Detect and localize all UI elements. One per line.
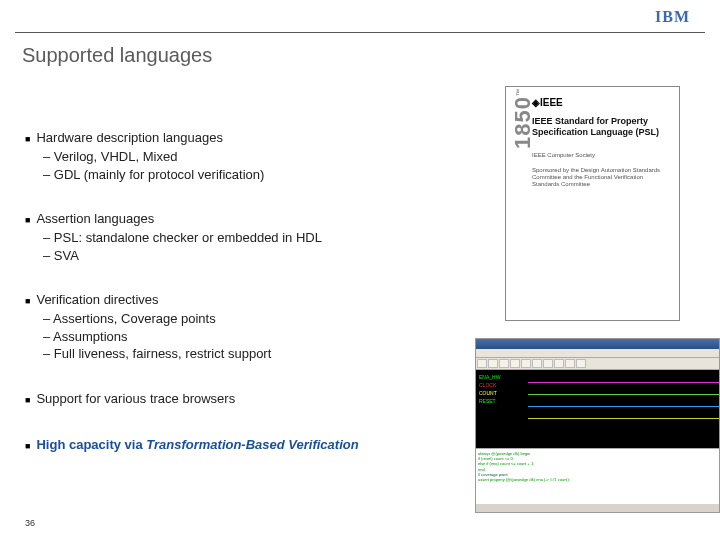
trace-browser-screenshot: ENA_HW CLOCK COUNT RESET always @(posedg… [475, 338, 720, 513]
signal-list: ENA_HW CLOCK COUNT RESET [476, 370, 528, 448]
signal-name: CLOCK [479, 381, 525, 389]
header-rule [15, 32, 705, 33]
bullet-square-icon: ■ [25, 130, 30, 148]
waveform-area: ENA_HW CLOCK COUNT RESET [476, 370, 719, 448]
bullet-square-icon: ■ [25, 211, 30, 229]
ieee-sponsor: Sponsored by the Design Automation Stand… [532, 167, 669, 189]
sub-item: – SVA [43, 247, 465, 265]
highlight-prefix: High capacity via [36, 437, 146, 452]
bullet-hdl: ■ Hardware description languages – Veril… [25, 130, 465, 183]
ieee-side-number: 1850™ [510, 87, 536, 149]
bullet-square-icon: ■ [25, 391, 30, 409]
code-line: assert property (@(posedge clk) ena |-> … [478, 477, 717, 482]
window-menubar [476, 349, 719, 358]
bullet-text: Verification directives [36, 292, 158, 307]
sub-item: – PSL: standalone checker or embedded in… [43, 229, 465, 247]
bullet-text: Hardware description languages [36, 130, 222, 145]
ieee-doc-title: IEEE Standard for Property Specification… [532, 116, 669, 138]
sub-item: – Verilog, VHDL, Mixed [43, 148, 465, 166]
ieee-society: IEEE Computer Society [532, 152, 669, 159]
wave-canvas [528, 370, 719, 448]
bullet-square-icon: ■ [25, 292, 30, 310]
highlight-italic: Transformation-Based Verification [146, 437, 358, 452]
ieee-logo: ◈IEEE [532, 97, 669, 108]
page-number: 36 [25, 518, 35, 528]
bullet-text: High capacity via Transformation-Based V… [36, 437, 358, 452]
ieee-standard-cover: 1850™ ◈IEEE IEEE Standard for Property S… [505, 86, 680, 321]
bullet-square-icon: ■ [25, 437, 30, 455]
bullet-highlight: ■ High capacity via Transformation-Based… [25, 437, 465, 455]
slide-content: ■ Hardware description languages – Veril… [25, 130, 465, 483]
signal-name: COUNT [479, 389, 525, 397]
code-view: always @(posedge clk) begin if (reset) c… [476, 448, 719, 504]
sub-item: – Assumptions [43, 328, 465, 346]
bullet-assertion: ■ Assertion languages – PSL: standalone … [25, 211, 465, 264]
window-toolbar [476, 358, 719, 370]
sub-item: – Full liveness, fairness, restrict supp… [43, 345, 465, 363]
sub-item: – Assertions, Coverage points [43, 310, 465, 328]
bullet-text: Assertion languages [36, 211, 154, 226]
bullet-trace: ■ Support for various trace browsers [25, 391, 465, 409]
signal-name: RESET [479, 397, 525, 405]
window-titlebar [476, 339, 719, 349]
signal-name: ENA_HW [479, 373, 525, 381]
sub-item: – GDL (mainly for protocol verification) [43, 166, 465, 184]
ibm-logo-text: IBM [655, 8, 690, 26]
bullet-directives: ■ Verification directives – Assertions, … [25, 292, 465, 363]
ibm-logo: IBM [655, 8, 690, 26]
slide-title: Supported languages [22, 44, 212, 67]
bullet-text: Support for various trace browsers [36, 391, 235, 406]
